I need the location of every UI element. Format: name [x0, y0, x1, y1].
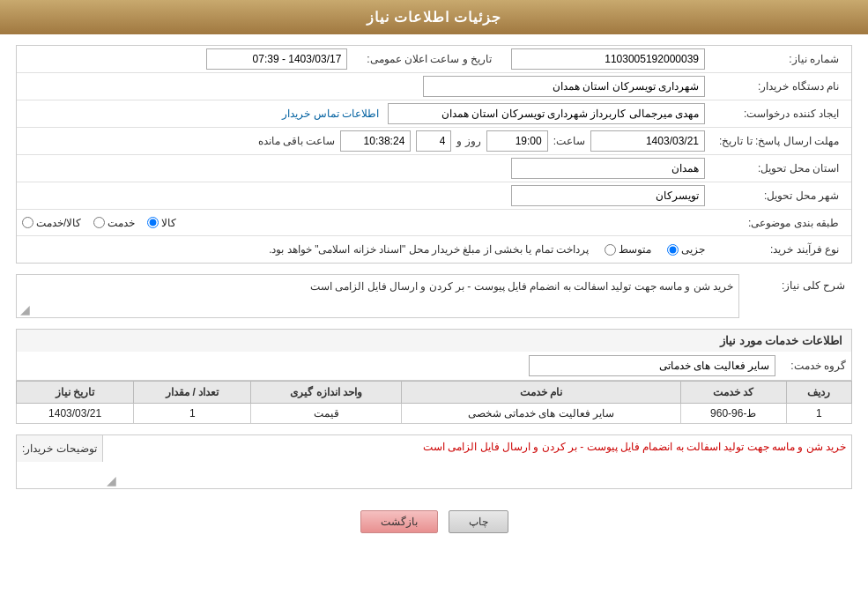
category-khadamat-label: خدمت	[108, 217, 135, 229]
buyer-desc-value: خرید شن و ماسه جهت تولید اسفالت به انضما…	[423, 441, 846, 453]
deadline-date-input[interactable]	[590, 130, 705, 152]
need-number-label: شماره نیاز:	[705, 53, 846, 65]
buyer-org-input[interactable]	[423, 76, 705, 97]
service-group-label: گروه خدمت:	[784, 360, 846, 372]
category-kala-khadamat-label: کالا/خدمت	[36, 217, 81, 229]
category-row: طبقه بندی موضوعی: کالا/خدمت خدمت کالا	[17, 210, 851, 236]
purchase-jozvi-radio[interactable]	[667, 244, 679, 256]
category-khadamat-item: خدمت	[93, 217, 135, 229]
announce-datetime-label: تاریخ و ساعت اعلان عمومی:	[360, 53, 499, 65]
purchase-jozvi-item: جزیی	[667, 243, 705, 256]
page-header: جزئیات اطلاعات نیاز	[0, 0, 868, 34]
bottom-buttons: چاپ بازگشت	[16, 501, 852, 542]
need-summary-label: شرح کلی نیاز:	[746, 274, 852, 292]
services-section-title: اطلاعات خدمات مورد نیاز	[16, 329, 852, 352]
city-row: شهر محل تحویل:	[17, 182, 851, 210]
col-code-header: کد خدمت	[680, 382, 786, 404]
city-input[interactable]	[511, 185, 705, 206]
deadline-time-label: ساعت:	[553, 135, 585, 147]
need-summary-section: شرح کلی نیاز: خرید شن و ماسه جهت تولید ا…	[16, 274, 852, 318]
category-khadamat-radio[interactable]	[93, 217, 105, 228]
purchase-type-desc: پرداخت تمام یا بخشی از مبلغ خریدار محل "…	[22, 243, 589, 256]
category-kala-label: کالا	[161, 217, 176, 229]
category-kala-khadamat-item: کالا/خدمت	[22, 217, 81, 229]
category-kala-radio[interactable]	[147, 217, 159, 228]
creator-label: ایجاد کننده درخواست:	[705, 108, 846, 120]
buyer-desc-content: خرید شن و ماسه جهت تولید اسفالت به انضما…	[103, 435, 851, 488]
buyer-desc-section: خرید شن و ماسه جهت تولید اسفالت به انضما…	[16, 434, 852, 489]
deadline-time-input[interactable]	[486, 130, 548, 152]
creator-input[interactable]	[388, 103, 705, 124]
col-qty-header: تعداد / مقدار	[134, 382, 251, 404]
announce-datetime-input[interactable]	[206, 48, 347, 70]
creator-row: ایجاد کننده درخواست: اطلاعات تماس خریدار	[17, 100, 851, 128]
category-kala-item: کالا	[147, 217, 176, 229]
main-content: شماره نیاز: تاریخ و ساعت اعلان عمومی: نا…	[0, 34, 868, 553]
table-cell-code: ط-96-960	[680, 404, 786, 424]
need-summary-value: خرید شن و ماسه جهت تولید اسفالت به انضما…	[310, 280, 733, 293]
category-label: طبقه بندی موضوعی:	[705, 217, 846, 229]
deadline-remaining-input[interactable]	[340, 130, 411, 152]
deadline-row: مهلت ارسال پاسخ: تا تاریخ: ساعت: روز و س…	[17, 128, 851, 155]
page-wrapper: جزئیات اطلاعات نیاز شماره نیاز: تاریخ و …	[0, 0, 868, 609]
col-date-header: تاریخ نیاز	[17, 382, 134, 404]
table-cell-qty: 1	[134, 404, 251, 424]
deadline-label: مهلت ارسال پاسخ: تا تاریخ:	[705, 135, 846, 147]
service-group-row: گروه خدمت:	[16, 352, 852, 381]
need-number-row: شماره نیاز: تاریخ و ساعت اعلان عمومی:	[17, 46, 851, 73]
purchase-motovaset-item: متوسط	[605, 243, 651, 256]
resize-handle: ◢	[20, 303, 30, 316]
services-table: ردیف کد خدمت نام خدمت واحد اندازه گیری ت…	[16, 381, 852, 424]
table-header-row: ردیف کد خدمت نام خدمت واحد اندازه گیری ت…	[17, 382, 852, 404]
col-name-header: نام خدمت	[401, 382, 680, 404]
deadline-days-label: روز و	[456, 135, 480, 147]
col-row-header: ردیف	[786, 382, 851, 404]
buyer-desc-resize: ◢	[107, 474, 116, 486]
back-button[interactable]: بازگشت	[360, 510, 438, 533]
purchase-type-label: نوع فرآیند خرید:	[705, 243, 846, 256]
province-input[interactable]	[511, 158, 705, 179]
category-kala-khadamat-radio[interactable]	[22, 217, 33, 228]
table-cell-name: سایر فعالیت های خدماتی شخصی	[401, 404, 680, 424]
purchase-jozvi-label: جزیی	[681, 243, 705, 256]
buyer-org-row: نام دستگاه خریدار:	[17, 73, 851, 100]
creator-contact-link[interactable]: اطلاعات تماس خریدار	[282, 108, 379, 120]
city-label: شهر محل تحویل:	[705, 189, 846, 202]
province-row: استان محل تحویل:	[17, 155, 851, 182]
table-cell-row: 1	[786, 404, 851, 424]
deadline-days-input[interactable]	[416, 130, 451, 152]
info-section: شماره نیاز: تاریخ و ساعت اعلان عمومی: نا…	[16, 45, 852, 264]
table-cell-unit: قیمت	[251, 404, 402, 424]
need-summary-box: خرید شن و ماسه جهت تولید اسفالت به انضما…	[16, 274, 739, 318]
services-section: گروه خدمت: ردیف کد خدمت نام خدمت واحد ان…	[16, 352, 852, 424]
page-title: جزئیات اطلاعات نیاز	[367, 10, 502, 25]
purchase-type-row: نوع فرآیند خرید: پرداخت تمام یا بخشی از …	[17, 236, 851, 263]
need-number-input[interactable]	[511, 48, 705, 70]
print-button[interactable]: چاپ	[449, 510, 508, 533]
col-unit-header: واحد اندازه گیری	[251, 382, 402, 404]
purchase-motovaset-label: متوسط	[619, 243, 651, 256]
table-cell-date: 1403/03/21	[17, 404, 134, 424]
service-group-input[interactable]	[529, 355, 775, 376]
table-row: 1ط-96-960سایر فعالیت های خدماتی شخصیقیمت…	[17, 404, 852, 424]
buyer-desc-label: توضیحات خریدار:	[17, 435, 103, 462]
province-label: استان محل تحویل:	[705, 162, 846, 175]
buyer-org-label: نام دستگاه خریدار:	[705, 80, 846, 93]
deadline-remaining-label: ساعت باقی مانده	[258, 135, 336, 147]
purchase-motovaset-radio[interactable]	[605, 244, 616, 256]
